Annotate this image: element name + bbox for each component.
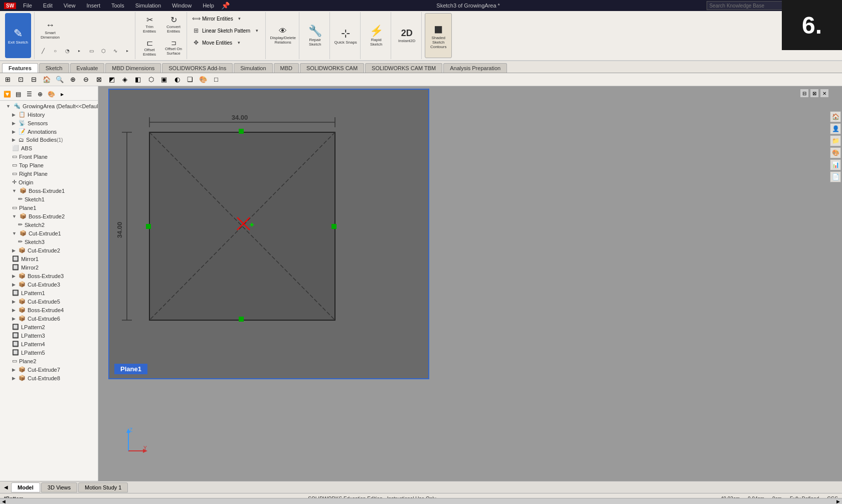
display-delete-btn[interactable]: 👁 Display/Delete Relations xyxy=(269,22,297,50)
shaded-sketch-btn[interactable]: ◼ Shaded Sketch Contours xyxy=(425,13,452,58)
filter-btn-2[interactable]: ▤ xyxy=(13,89,23,99)
vp-btn-1[interactable]: ⊟ xyxy=(800,89,809,98)
rt-btn-home[interactable]: 🏠 xyxy=(830,111,841,122)
menu-window[interactable]: Window xyxy=(168,2,196,10)
menu-insert[interactable]: Insert xyxy=(82,2,104,10)
search-input[interactable] xyxy=(707,1,787,10)
tab-simulation[interactable]: Simulation xyxy=(234,63,272,73)
tree-lpattern5[interactable]: 🔲 LPattern5 xyxy=(0,348,98,357)
view-ctrl2[interactable]: ⊟ xyxy=(28,74,39,85)
tree-plane1[interactable]: ▭ Plane1 xyxy=(0,203,98,212)
mirror-dropdown[interactable]: ▾ xyxy=(234,13,245,24)
btab-model[interactable]: Model xyxy=(11,482,40,492)
tree-mirror2[interactable]: 🔲 Mirror2 xyxy=(0,263,98,272)
tree-solid-bodies[interactable]: ▶ 🗂 Solid Bodies(1) xyxy=(0,136,98,144)
view-ctrl10[interactable]: ⬡ xyxy=(145,74,156,85)
tree-cut-extrude3[interactable]: ▶ 📦 Cut-Extrude3 xyxy=(0,280,98,289)
view-ctrl9[interactable]: ◧ xyxy=(132,74,143,85)
tab-sw-cam[interactable]: SOLIDWORKS CAM xyxy=(300,63,364,73)
quick-snaps-btn[interactable]: ⊹ Quick Snaps xyxy=(333,13,358,58)
tree-sketch2[interactable]: ✏ Sketch2 xyxy=(0,220,98,229)
view-ctrl11[interactable]: ▣ xyxy=(158,74,170,85)
tab-analysis-prep[interactable]: Analysis Preparation xyxy=(443,63,507,73)
tree-cut-extrude8[interactable]: ▶ 📦 Cut-Extrude8 xyxy=(0,374,98,382)
tree-front-plane[interactable]: ▭ Front Plane xyxy=(0,152,98,161)
tree-cut-extrude6[interactable]: ▶ 📦 Cut-Extrude6 xyxy=(0,314,98,323)
view-ctrl13[interactable]: ❏ xyxy=(185,74,196,85)
menu-edit[interactable]: Edit xyxy=(39,2,57,10)
pin-icon[interactable]: 📌 xyxy=(221,2,230,10)
filter-btn-6[interactable]: ▸ xyxy=(57,89,67,99)
rt-btn-color[interactable]: 🎨 xyxy=(830,147,841,158)
tree-abs[interactable]: ⬜ ABS xyxy=(0,144,98,152)
instant2d-btn[interactable]: 2D Instant2D xyxy=(394,13,419,58)
view-ctrl14[interactable]: 🎨 xyxy=(198,74,209,85)
view-ctrl7[interactable]: ◩ xyxy=(106,74,117,85)
scroll-left-btn[interactable]: ◀ xyxy=(2,484,10,490)
linear-pattern-btn[interactable]: ⊞ xyxy=(191,26,201,36)
menu-help[interactable]: Help xyxy=(199,2,218,10)
rapid-sketch-btn[interactable]: ⚡ Rapid Sketch xyxy=(364,13,389,58)
repair-sketch-btn[interactable]: 🔧 Repair Sketch xyxy=(302,13,327,58)
sketch-inner[interactable]: 34.00 34.00 xyxy=(109,90,428,378)
vp-btn-3[interactable]: ✕ xyxy=(820,89,829,98)
mirror-entities-btn[interactable]: ⟺ xyxy=(191,14,201,24)
view-home[interactable]: 🏠 xyxy=(41,74,52,85)
tree-top-plane[interactable]: ▭ Top Plane xyxy=(0,161,98,169)
filter-btn-4[interactable]: ⊕ xyxy=(35,89,45,99)
tab-solidworks-addins[interactable]: SOLIDWORKS Add-Ins xyxy=(162,63,233,73)
tree-mirror1[interactable]: 🔲 Mirror1 xyxy=(0,255,98,263)
tree-boss-extrude1[interactable]: ▼ 📦 Boss-Extrude1 xyxy=(0,186,98,195)
tab-mbd-dimensions[interactable]: MBD Dimensions xyxy=(105,63,161,73)
tree-boss-extrude2[interactable]: ▼ 📦 Boss-Extrude2 xyxy=(0,212,98,220)
move-dropdown[interactable]: ▾ xyxy=(233,37,244,48)
spline-btn[interactable]: ∿ xyxy=(110,45,121,56)
tree-sketch3[interactable]: ✏ Sketch3 xyxy=(0,237,98,246)
tree-history[interactable]: ▶ 📋 History xyxy=(0,110,98,119)
vp-btn-2[interactable]: ⊠ xyxy=(810,89,819,98)
line-btn[interactable]: ╱ xyxy=(38,45,49,56)
view-ctrl1[interactable]: ⊡ xyxy=(15,74,26,85)
filter-btn-1[interactable]: 🔽 xyxy=(2,89,12,99)
view-options-btn[interactable]: ⊞ xyxy=(2,74,13,85)
smart-dim-button[interactable]: ↔ Smart Dimension xyxy=(38,15,63,44)
tab-sketch[interactable]: Sketch xyxy=(39,63,69,73)
filter-btn-5[interactable]: 🎨 xyxy=(46,89,56,99)
tab-evaluate[interactable]: Evaluate xyxy=(70,63,105,73)
btab-motion[interactable]: Motion Study 1 xyxy=(78,482,128,492)
tab-sw-cam-tbm[interactable]: SOLIDWORKS CAM TBM xyxy=(365,63,442,73)
view-ctrl15[interactable]: □ xyxy=(211,74,222,85)
more2-btn[interactable]: ▸ xyxy=(122,45,133,56)
btab-3dviews[interactable]: 3D Views xyxy=(41,482,77,492)
tree-growing-area[interactable]: ▼ 🔩 GrowingArea (Default<<Default> xyxy=(0,102,98,110)
move-entities-btn[interactable]: ✥ xyxy=(191,38,201,48)
tree-lpattern2[interactable]: 🔲 LPattern2 xyxy=(0,323,98,331)
offset-entities-btn[interactable]: ⊏ Offset Entities xyxy=(138,36,160,58)
tree-lpattern4[interactable]: 🔲 LPattern4 xyxy=(0,340,98,348)
tree-annotations[interactable]: ▶ 📝 Annotations xyxy=(0,127,98,136)
tree-cut-extrude5[interactable]: ▶ 📦 Cut-Extrude5 xyxy=(0,297,98,306)
tree-cut-extrude1[interactable]: ▼ 📦 Cut-Extrude1 xyxy=(0,229,98,237)
view-ctrl12[interactable]: ◐ xyxy=(172,74,183,85)
view-ctrl4[interactable]: ⊕ xyxy=(67,74,78,85)
tree-lpattern3[interactable]: 🔲 LPattern3 xyxy=(0,331,98,340)
rt-btn-folder[interactable]: 📁 xyxy=(830,135,841,146)
rt-btn-doc[interactable]: 📄 xyxy=(830,171,841,182)
rect-btn[interactable]: ▭ xyxy=(86,45,97,56)
tree-cut-extrude2[interactable]: ▶ 📦 Cut-Extrude2 xyxy=(0,246,98,255)
tab-features[interactable]: Features xyxy=(2,63,38,73)
menu-view[interactable]: View xyxy=(60,2,80,10)
tree-boss-extrude3[interactable]: ▶ 📦 Boss-Extrude3 xyxy=(0,272,98,280)
linear-dropdown[interactable]: ▾ xyxy=(251,25,262,36)
exit-sketch-button[interactable]: ✎ Exit Sketch xyxy=(5,13,31,58)
tab-mbd[interactable]: MBD xyxy=(274,63,299,73)
more-btn[interactable]: ▸ xyxy=(74,45,85,56)
arc-btn[interactable]: ◔ xyxy=(62,45,73,56)
circle-btn[interactable]: ○ xyxy=(50,45,61,56)
view-ctrl3[interactable]: 🔍 xyxy=(54,74,65,85)
view-ctrl6[interactable]: ⊠ xyxy=(93,74,104,85)
rt-btn-chart[interactable]: 📊 xyxy=(830,159,841,170)
trim-entities-btn[interactable]: ✂ Trim Entities xyxy=(138,13,160,35)
tree-right-plane[interactable]: ▭ Right Plane xyxy=(0,169,98,178)
menu-simulation[interactable]: Simulation xyxy=(131,2,165,10)
